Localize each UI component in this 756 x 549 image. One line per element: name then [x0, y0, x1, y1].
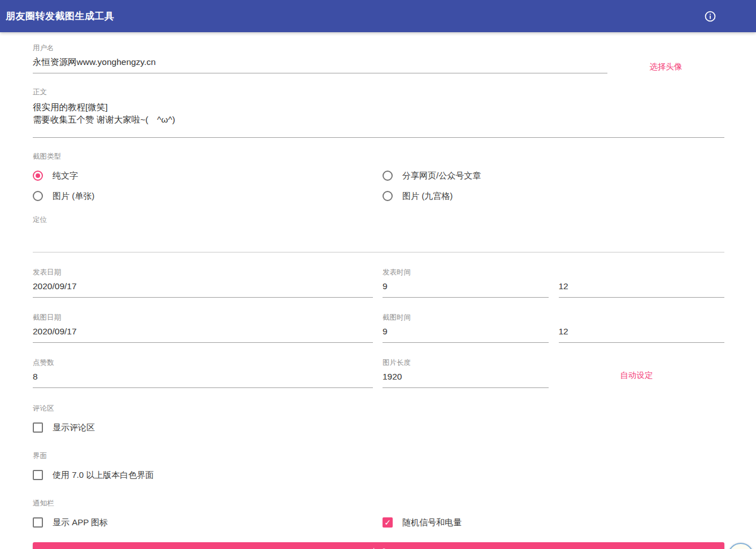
radio-label: 图片 (单张) [53, 191, 94, 202]
username-label: 用户名 [33, 44, 724, 53]
capture-minute-input[interactable] [559, 322, 725, 343]
username-field-group: 用户名 选择头像 [33, 44, 724, 73]
white-ui-option[interactable]: ✓ 使用 7.0 以上版本白色界面 [33, 467, 724, 483]
checkbox-icon[interactable]: ✓ [33, 517, 43, 528]
capture-row: 截图日期 截图时间 [33, 313, 724, 343]
check-icon: ✓ [384, 518, 391, 526]
radio-option-single-image[interactable]: 图片 (单张) [33, 191, 383, 202]
show-app-icon-option[interactable]: ✓ 显示 APP 图标 [33, 517, 383, 528]
radio-icon[interactable] [33, 191, 43, 201]
checkbox-icon[interactable]: ✓ [33, 470, 43, 480]
location-field-group: 定位 [33, 216, 724, 252]
body-textarea[interactable]: 很实用的教程[微笑] 需要收集五个赞 谢谢大家啦~( ^ω^) [33, 97, 724, 138]
capture-date-field: 截图日期 [33, 313, 373, 343]
radio-label: 分享网页/公众号文章 [402, 171, 481, 181]
body-field-group: 正文 很实用的教程[微笑] 需要收集五个赞 谢谢大家啦~( ^ω^) [33, 88, 724, 138]
comments-label: 评论区 [33, 404, 724, 413]
radio-label: 图片 (九宫格) [402, 191, 453, 202]
auto-set-button[interactable]: 自动设定 [620, 370, 653, 381]
checkbox-icon[interactable]: ✓ [33, 422, 43, 433]
radio-icon[interactable] [33, 171, 43, 181]
likes-field: 点赞数 [33, 359, 373, 388]
choose-avatar-button[interactable]: 选择头像 [650, 62, 683, 71]
image-length-label: 图片长度 [383, 359, 549, 367]
publish-hour-input[interactable] [383, 277, 549, 298]
publish-date-input[interactable] [33, 277, 373, 298]
capture-hour-input[interactable] [383, 322, 549, 343]
image-length-input[interactable] [383, 367, 549, 388]
publish-time-field: 发表时间 [383, 268, 724, 298]
publish-minute-input[interactable] [559, 277, 725, 298]
radio-icon[interactable] [383, 191, 393, 201]
publish-row: 发表日期 发表时间 [33, 268, 724, 298]
notification-group: 通知栏 ✓ 显示 APP 图标 ✓ 随机信号和电量 [33, 499, 724, 530]
radio-option-pure-text[interactable]: 纯文字 [33, 171, 383, 181]
publish-date-label: 发表日期 [33, 268, 373, 277]
publish-date-field: 发表日期 [33, 268, 373, 298]
info-icon[interactable] [703, 9, 718, 24]
radio-option-share-webpage[interactable]: 分享网页/公众号文章 [383, 171, 481, 181]
generate-button[interactable]: 生成 [33, 542, 724, 549]
interface-group: 界面 ✓ 使用 7.0 以上版本白色界面 [33, 452, 724, 483]
capture-date-label: 截图日期 [33, 313, 373, 322]
checkbox-label: 显示评论区 [53, 422, 95, 433]
likes-row: 点赞数 图片长度 自动设定 [33, 359, 724, 388]
info-icon-glyph [704, 10, 716, 23]
publish-time-label: 发表时间 [383, 268, 724, 277]
location-input[interactable] [33, 224, 724, 252]
notification-label: 通知栏 [33, 499, 724, 508]
page-title: 朋友圈转发截图生成工具 [6, 10, 115, 23]
capture-time-field: 截图时间 [383, 313, 724, 343]
capture-time-label: 截图时间 [383, 313, 724, 322]
body-label: 正文 [33, 88, 724, 97]
checkbox-label: 使用 7.0 以上版本白色界面 [53, 470, 154, 481]
image-length-field: 图片长度 [383, 359, 549, 388]
capture-date-input[interactable] [33, 322, 373, 343]
show-comments-option[interactable]: ✓ 显示评论区 [33, 420, 724, 435]
likes-label: 点赞数 [33, 359, 373, 367]
checkbox-label: 显示 APP 图标 [53, 517, 108, 528]
checkbox-icon[interactable]: ✓ [383, 517, 393, 528]
screenshot-type-label: 截图类型 [33, 152, 724, 161]
app-header: 朋友圈转发截图生成工具 [0, 0, 756, 32]
screenshot-type-group: 截图类型 纯文字 分享网页/公众号文章 图片 (单张) 图片 (九宫格) [33, 152, 724, 206]
radio-label: 纯文字 [53, 171, 78, 181]
random-signal-option[interactable]: ✓ 随机信号和电量 [383, 517, 462, 528]
likes-input[interactable] [33, 367, 373, 388]
interface-label: 界面 [33, 452, 724, 460]
checkbox-label: 随机信号和电量 [402, 517, 462, 528]
radio-icon[interactable] [383, 171, 393, 181]
radio-option-nine-grid[interactable]: 图片 (九宫格) [383, 191, 453, 202]
username-input[interactable] [33, 53, 607, 73]
comments-group: 评论区 ✓ 显示评论区 [33, 404, 724, 435]
location-label: 定位 [33, 216, 724, 224]
